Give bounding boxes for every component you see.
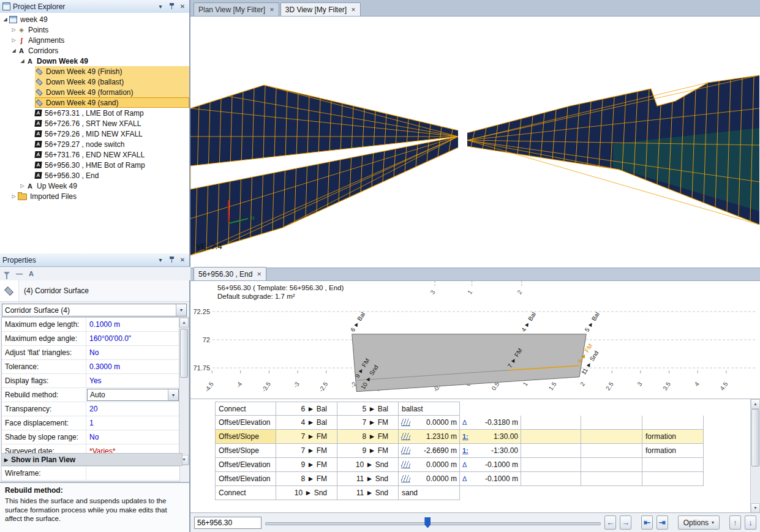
template-cell[interactable]: [521, 472, 581, 486]
template-cell[interactable]: 10 ► Snd: [337, 458, 399, 472]
sort-icon[interactable]: A: [29, 270, 34, 277]
show-in-plan-view-section[interactable]: ▸ Show in Plan View: [1, 453, 182, 466]
next-station-button[interactable]: →: [620, 515, 631, 530]
filter-icon[interactable]: [4, 272, 10, 275]
template-cell[interactable]: 0.0000 m: [399, 472, 460, 486]
close-tab-icon[interactable]: ✕: [257, 271, 261, 277]
template-cell[interactable]: [642, 472, 704, 486]
template-cell[interactable]: formation: [642, 444, 704, 458]
template-cell[interactable]: 1:1:30.00: [460, 430, 521, 444]
template-cell[interactable]: Offset/Elevation: [215, 416, 276, 430]
scroll-down-icon[interactable]: ▼: [751, 503, 760, 513]
next-template-button[interactable]: ⇥: [657, 515, 668, 530]
tab-plan-view[interactable]: Plan View [My Filter] ✕: [194, 2, 279, 16]
template-cell[interactable]: 9 ► FM: [276, 458, 337, 472]
template-cell[interactable]: 8 ► FM: [337, 430, 399, 444]
scrollbar-thumb[interactable]: [751, 409, 759, 466]
station-input[interactable]: [194, 517, 261, 529]
template-cell[interactable]: ballast: [399, 402, 460, 416]
tree-item[interactable]: ▷◈Points: [0, 24, 189, 35]
tree-item[interactable]: Down Week 49 (formation): [0, 87, 189, 97]
station-slider[interactable]: [265, 517, 601, 529]
tree-item[interactable]: ▷Imported Files: [0, 191, 189, 201]
property-value[interactable]: Auto▾: [86, 388, 179, 402]
table-scrollbar[interactable]: ▲ ▼: [750, 399, 760, 513]
template-cell[interactable]: 1.2310 m: [399, 430, 460, 444]
template-cell[interactable]: -2.6690 m: [399, 444, 460, 458]
template-cell[interactable]: Δ-0.1000 m: [460, 458, 521, 472]
template-cell[interactable]: [521, 430, 581, 444]
template-cell[interactable]: 8 ► FM: [276, 472, 337, 486]
template-row[interactable]: Offset/Elevation4 ► Bal7 ► FM0.0000 mΔ-0…: [215, 416, 704, 430]
template-cell[interactable]: 10 ► Snd: [276, 486, 337, 500]
tree-item[interactable]: ◢ACorridors: [0, 45, 189, 56]
tree-item[interactable]: ◢ADown Week 49: [0, 56, 189, 66]
prev-station-button[interactable]: ←: [604, 515, 616, 530]
scroll-up-icon[interactable]: ▲: [751, 399, 760, 409]
template-cell[interactable]: [521, 416, 581, 430]
tab-3d-view[interactable]: 3D View [My Filter] ✕: [280, 2, 361, 16]
properties-scrollbar[interactable]: ▲ ▼: [179, 317, 189, 465]
template-cell[interactable]: 5 ► Bal: [337, 402, 399, 416]
template-cell[interactable]: 11 ► Snd: [337, 472, 399, 486]
template-row[interactable]: Offset/Elevation9 ► FM10 ► Snd0.0000 mΔ-…: [215, 458, 704, 472]
template-cell[interactable]: 9 ► FM: [337, 444, 399, 458]
template-cell[interactable]: Offset/Elevation: [215, 458, 276, 472]
slider-handle[interactable]: [424, 517, 431, 528]
dropdown-arrow-icon[interactable]: ▾: [168, 389, 178, 400]
template-cell[interactable]: [581, 430, 642, 444]
property-value[interactable]: [86, 466, 179, 480]
move-up-button[interactable]: ↑: [729, 515, 741, 530]
template-cell[interactable]: 0.0000 m: [399, 416, 460, 430]
expand-icon[interactable]: ▷: [10, 193, 18, 199]
template-row[interactable]: Offset/Slope7 ► FM8 ► FM1.2310 m1:1:30.0…: [215, 430, 704, 444]
property-value[interactable]: No: [86, 346, 179, 359]
tree-item[interactable]: A56+731.76 , END NEW XFALL: [0, 149, 189, 160]
template-cell[interactable]: sand: [399, 486, 460, 500]
template-cell[interactable]: [642, 458, 704, 472]
tree-item[interactable]: A56+956.30 , End: [0, 170, 189, 181]
close-tab-icon[interactable]: ✕: [269, 7, 274, 13]
property-value[interactable]: 0.1000 m: [86, 318, 179, 331]
project-tree[interactable]: ◢week 49▷◈Points▷∫Alignments◢ACorridors◢…: [0, 13, 189, 253]
template-row[interactable]: Connect6 ► Bal5 ► Balballast: [215, 402, 704, 416]
template-row[interactable]: Offset/Elevation8 ► FM11 ► Snd0.0000 mΔ-…: [215, 472, 704, 486]
close-tab-icon[interactable]: ✕: [351, 7, 356, 13]
collapse-icon[interactable]: ◢: [18, 58, 26, 64]
property-value[interactable]: 0.3000 m: [86, 360, 179, 373]
template-cell[interactable]: Offset/Slope: [215, 444, 276, 458]
prev-template-button[interactable]: ⇤: [641, 515, 653, 530]
expand-icon[interactable]: ▷: [10, 27, 18, 32]
template-cell[interactable]: 1:-1:30.00: [460, 444, 521, 458]
template-cell[interactable]: [521, 458, 581, 472]
template-cell[interactable]: [642, 416, 704, 430]
tree-item[interactable]: A56+726.76 , SRT New XFALL: [0, 118, 189, 129]
move-down-button[interactable]: ↓: [745, 515, 756, 530]
template-cell[interactable]: Δ-0.3180 m: [460, 416, 521, 430]
template-cell[interactable]: 6 ► Bal: [276, 402, 337, 416]
pin-icon[interactable]: [167, 256, 176, 264]
collapse-icon[interactable]: ◢: [1, 17, 9, 22]
property-value[interactable]: No: [86, 430, 179, 444]
template-cell[interactable]: Offset/Elevation: [215, 472, 276, 486]
panel-menu-icon[interactable]: ▾: [156, 3, 165, 10]
tree-item[interactable]: A56+729.26 , MID NEW XFALL: [0, 129, 189, 139]
tree-item[interactable]: ▷∫Alignments: [0, 35, 189, 45]
expand-icon[interactable]: ▷: [10, 37, 18, 43]
close-panel-icon[interactable]: ✕: [178, 3, 187, 10]
template-cell[interactable]: 7 ► FM: [337, 416, 399, 430]
tree-item[interactable]: ▷AUp Week 49: [0, 181, 189, 191]
template-cell[interactable]: Connect: [215, 486, 276, 500]
property-value[interactable]: 20: [86, 402, 179, 416]
template-cell[interactable]: [521, 444, 581, 458]
template-cell[interactable]: 11 ► Snd: [337, 486, 399, 500]
tree-item[interactable]: Down Week 49 (Finish): [0, 66, 189, 77]
template-cell[interactable]: Connect: [215, 402, 276, 416]
template-cell[interactable]: 0.0000 m: [399, 458, 460, 472]
template-cell[interactable]: formation: [642, 430, 704, 444]
scrollbar-thumb[interactable]: [180, 329, 188, 378]
template-cell[interactable]: 4 ► Bal: [276, 416, 337, 430]
property-value[interactable]: 160°00'00.0": [86, 332, 179, 345]
scroll-up-icon[interactable]: ▲: [179, 318, 189, 328]
template-cell[interactable]: [581, 444, 642, 458]
